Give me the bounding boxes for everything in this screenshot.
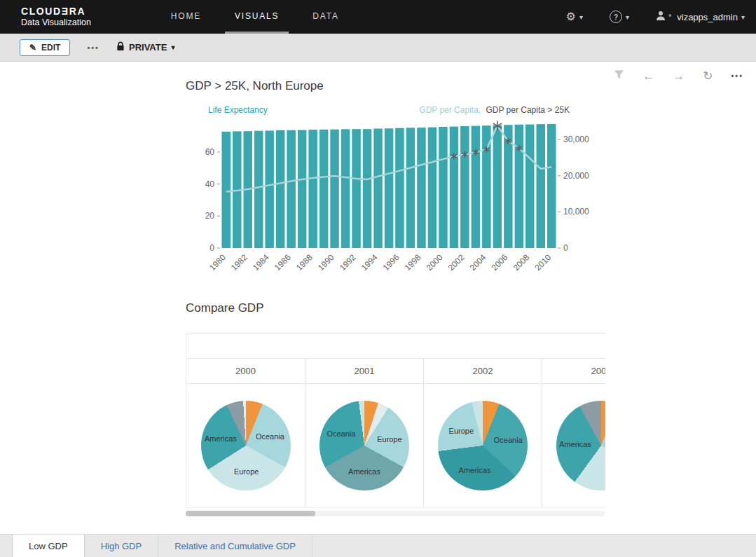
pie-chart-2003[interactable]: EuropeAmericas [556,401,605,490]
app-window: CLOUDƎRA Data Visualization HOMEVISUALSD… [0,0,756,557]
pie-chart-2001[interactable]: EuropeAmericasOceania [319,401,409,490]
pie-slice-label-americas: Americas [459,466,491,474]
forward-arrow-icon[interactable]: → [673,70,685,82]
help-menu[interactable]: ? ▾ [610,11,629,23]
canvas-actions: ← → ↻ ••• [614,69,743,82]
x-axis-tick-label: 2000 [425,252,445,273]
left-axis-tick-label: 60 [205,147,215,157]
bar-life-expectancy[interactable] [352,129,361,248]
pie-cell-2002: OceaniaAmericasEurope [423,384,542,507]
bar-life-expectancy[interactable] [439,127,448,248]
pie-slice-label-oceania: Oceania [494,436,523,444]
x-axis-tick-label: 2010 [533,252,554,273]
bar-life-expectancy[interactable] [222,132,231,248]
bar-life-expectancy[interactable] [395,128,404,248]
settings-menu[interactable]: ⚙ ▾ [566,11,583,22]
bar-life-expectancy[interactable] [537,124,546,248]
user-badge-icon: * [668,13,671,21]
bar-life-expectancy[interactable] [276,130,285,248]
legend-gdp-over-25k[interactable]: GDP per Capita > 25K [486,105,570,115]
x-axis-tick-label: 1998 [403,252,423,273]
horizontal-scrollbar[interactable] [186,511,605,516]
chart-title: GDP > 25K, North Europe [186,79,599,93]
refresh-icon[interactable]: ↻ [703,70,713,82]
cloudera-logo[interactable]: CLOUDƎRA Data Visualization [21,6,91,27]
bar-life-expectancy[interactable] [373,129,383,249]
canvas-more-icon[interactable]: ••• [731,72,743,80]
x-axis-tick-label: 2002 [446,252,467,273]
bar-life-expectancy[interactable] [428,128,437,248]
legend-right-group: GDP per Capita, GDP per Capita > 25K [419,105,570,115]
bar-life-expectancy[interactable] [298,130,307,248]
x-axis-tick-label: 1982 [229,252,249,273]
nav-item-home[interactable]: HOME [161,0,211,34]
x-axis-tick-label: 1992 [338,252,358,273]
bar-life-expectancy[interactable] [265,131,274,249]
combo-chart-svg[interactable]: 0204060010,00020,00030,00019801982198419… [186,117,599,285]
dashboard-more-button[interactable]: ••• [87,43,99,52]
gear-icon: ⚙ [566,11,576,22]
brand-line2: Data Visualization [21,18,91,28]
filter-icon[interactable] [614,69,624,82]
scrollbar-thumb[interactable] [186,511,315,516]
legend-gdp-per-capita[interactable]: GDP per Capita, [419,105,481,115]
x-axis-tick-label: 2006 [490,252,510,273]
bar-life-expectancy[interactable] [330,130,339,248]
right-axis-tick-label: 0 [563,243,568,253]
brand-line1: CLOUDƎRA [21,6,91,18]
edit-button[interactable]: ✎ EDIT [20,39,70,56]
pie-slice-label-oceania: Oceania [327,429,355,438]
pie-table: 2000200120022003OceaniaEuropeAmericasEur… [186,334,605,508]
sheet-tab-relative-and-cumulative-gdp[interactable]: Relative and Cumulative GDP [158,535,312,557]
sheet-tab-high-gdp[interactable]: High GDP [85,535,159,557]
pie-table-column-2000: 2000 [186,359,305,383]
x-axis-tick-label: 1980 [207,252,228,273]
bar-life-expectancy[interactable] [287,130,296,248]
nav-item-visuals[interactable]: VISUALS [225,0,289,34]
x-axis-tick-label: 1984 [251,252,271,273]
right-axis-tick-label: 30,000 [563,135,589,144]
bar-life-expectancy[interactable] [460,126,469,248]
bar-life-expectancy[interactable] [254,131,263,248]
chevron-down-icon: ▾ [626,13,629,21]
legend-life-expectancy[interactable]: Life Expectancy [208,105,268,115]
right-axis-tick-label: 10,000 [563,207,589,216]
privacy-dropdown[interactable]: PRIVATE ▾ [116,41,174,53]
bar-life-expectancy[interactable] [525,125,535,248]
user-menu[interactable]: * vizapps_admin ▾ [656,11,745,24]
pie-slice-label-americas: Americas [205,434,237,443]
back-arrow-icon[interactable]: ← [642,70,654,82]
bar-life-expectancy[interactable] [308,130,317,248]
bar-life-expectancy[interactable] [450,127,459,248]
pie-cell-2003: EuropeAmericas [542,384,605,507]
right-axis-tick-label: 20,000 [563,171,589,181]
left-axis-tick-label: 0 [209,243,214,253]
sheet-tab-low-gdp[interactable]: Low GDP [12,535,85,557]
bar-life-expectancy[interactable] [385,128,394,248]
bar-life-expectancy[interactable] [363,129,372,248]
x-axis-tick-label: 1994 [359,252,380,273]
user-icon [656,11,666,24]
chart-legend: Life Expectancy GDP per Capita, GDP per … [186,105,599,115]
bar-life-expectancy[interactable] [472,126,481,248]
x-axis-tick-label: 1996 [381,252,401,273]
bar-life-expectancy[interactable] [341,129,350,248]
left-axis-tick-label: 20 [205,211,215,221]
bar-life-expectancy[interactable] [547,124,556,248]
x-axis-tick-label: 1988 [294,252,315,273]
pie-slice-label-americas: Americas [559,440,591,448]
chevron-down-icon: ▾ [741,13,745,21]
pie-chart-2002[interactable]: OceaniaAmericasEurope [438,401,528,490]
bar-life-expectancy[interactable] [417,128,426,248]
top-navbar: CLOUDƎRA Data Visualization HOMEVISUALSD… [0,0,756,34]
x-axis-tick-label: 2008 [511,252,532,273]
bar-life-expectancy[interactable] [406,128,415,248]
bar-life-expectancy[interactable] [493,125,502,248]
pie-chart-2000[interactable]: OceaniaEuropeAmericas [201,401,291,490]
bar-life-expectancy[interactable] [319,130,329,248]
visual-compare-gdp: Compare GDP 2000200120022003OceaniaEurop… [186,301,606,516]
chevron-down-icon: ▾ [579,13,583,21]
bar-life-expectancy[interactable] [515,125,524,248]
pie-table-viewport: 2000200120022003OceaniaEuropeAmericasEur… [186,333,605,508]
nav-item-data[interactable]: DATA [303,0,348,34]
